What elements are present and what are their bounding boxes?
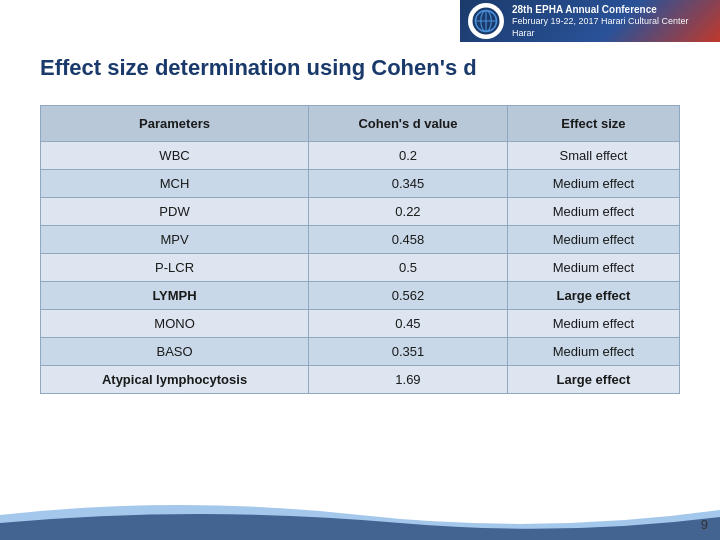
- conference-title: 28th EPHA Annual Conference: [512, 3, 689, 16]
- cell-parameter: Atypical lymphocytosis: [41, 366, 309, 394]
- header-bar: 28th EPHA Annual Conference February 19-…: [460, 0, 720, 42]
- table-row: WBC0.2Small effect: [41, 142, 680, 170]
- col-header-effect-size: Effect size: [507, 106, 679, 142]
- table-row: MPV0.458Medium effect: [41, 226, 680, 254]
- cell-parameter: P-LCR: [41, 254, 309, 282]
- cell-parameter: MPV: [41, 226, 309, 254]
- cell-parameter: BASO: [41, 338, 309, 366]
- cell-effect-size: Medium effect: [507, 338, 679, 366]
- cell-effect-size: Medium effect: [507, 198, 679, 226]
- data-table: Parameters Cohen's d value Effect size W…: [40, 105, 680, 394]
- cell-parameter: MCH: [41, 170, 309, 198]
- cell-parameter: WBC: [41, 142, 309, 170]
- cell-parameter: MONO: [41, 310, 309, 338]
- col-header-cohens-d: Cohen's d value: [309, 106, 508, 142]
- table-row: LYMPH0.562Large effect: [41, 282, 680, 310]
- cell-effect-size: Medium effect: [507, 170, 679, 198]
- conference-logo: [468, 3, 504, 39]
- cell-cohens-d: 0.5: [309, 254, 508, 282]
- cell-effect-size: Large effect: [507, 366, 679, 394]
- main-content: Effect size determination using Cohen's …: [0, 0, 720, 444]
- table-row: P-LCR0.5Medium effect: [41, 254, 680, 282]
- cell-effect-size: Small effect: [507, 142, 679, 170]
- table-row: Atypical lymphocytosis1.69Large effect: [41, 366, 680, 394]
- cell-cohens-d: 0.351: [309, 338, 508, 366]
- table-row: MONO0.45Medium effect: [41, 310, 680, 338]
- table-row: MCH0.345Medium effect: [41, 170, 680, 198]
- header-text: 28th EPHA Annual Conference February 19-…: [512, 3, 689, 39]
- cell-effect-size: Large effect: [507, 282, 679, 310]
- conference-location: Harar: [512, 28, 689, 40]
- cell-cohens-d: 0.458: [309, 226, 508, 254]
- cell-effect-size: Medium effect: [507, 310, 679, 338]
- cell-parameter: PDW: [41, 198, 309, 226]
- cell-parameter: LYMPH: [41, 282, 309, 310]
- table-header-row: Parameters Cohen's d value Effect size: [41, 106, 680, 142]
- bottom-wave: [0, 495, 720, 540]
- col-header-parameters: Parameters: [41, 106, 309, 142]
- cell-cohens-d: 1.69: [309, 366, 508, 394]
- cell-cohens-d: 0.2: [309, 142, 508, 170]
- page-number: 9: [701, 517, 708, 532]
- cell-cohens-d: 0.22: [309, 198, 508, 226]
- cell-cohens-d: 0.45: [309, 310, 508, 338]
- slide-title: Effect size determination using Cohen's …: [40, 55, 680, 81]
- cell-cohens-d: 0.345: [309, 170, 508, 198]
- conference-date: February 19-22, 2017 Harari Cultural Cen…: [512, 16, 689, 28]
- table-row: BASO0.351Medium effect: [41, 338, 680, 366]
- cell-effect-size: Medium effect: [507, 254, 679, 282]
- cell-effect-size: Medium effect: [507, 226, 679, 254]
- cell-cohens-d: 0.562: [309, 282, 508, 310]
- table-row: PDW0.22Medium effect: [41, 198, 680, 226]
